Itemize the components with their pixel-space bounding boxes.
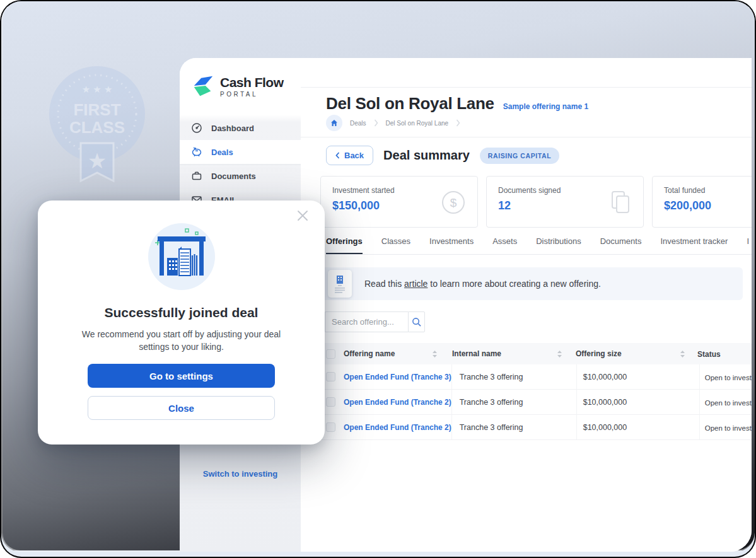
sidebar-item-label: Dashboard [211,124,254,133]
chevron-left-icon [335,152,340,159]
search-icon [412,317,421,327]
stat-card-documents-signed: Documents signed 12 [486,176,644,228]
gauge-icon [191,122,202,134]
select-all-checkbox[interactable] [326,349,335,359]
svg-text:$: $ [450,196,457,209]
home-breadcrumb[interactable] [326,115,342,131]
row-checkbox[interactable] [326,372,335,381]
buildings-illustration [148,223,215,290]
breadcrumb: Deals Del Sol on Royal Lane [326,115,460,131]
header-divider [301,137,752,137]
article-doc-icon [328,270,352,298]
tab-investment-tracker[interactable]: Investment tracker [660,236,728,254]
status-text: Open to investment [705,399,752,407]
table-row[interactable]: Open Ended Fund (Tranche 3) Tranche 3 of… [322,364,752,390]
status-text: Open to investment [705,424,752,432]
offering-name-link[interactable]: Open Ended Fund (Tranche 3) [344,373,451,381]
raising-capital-badge: RAISING CAPITAL [480,148,559,164]
stat-card-investment-started: Investment started $150,000 $ [320,176,478,228]
sidebar-item-label: Documents [211,171,256,181]
sidebar-item-deals[interactable]: Deals [180,140,301,164]
row-checkbox[interactable] [326,422,335,432]
dollar-circle-icon: $ [441,190,466,215]
svg-text:FIRST: FIRST [73,100,120,119]
article-banner: Read this article to learn more about cr… [320,267,743,300]
table-header-row: Offering name Internal name [322,343,752,364]
cashflow-logo-icon [191,74,215,98]
sort-icon[interactable] [680,351,685,357]
tab-investments[interactable]: Investments [429,236,474,254]
logo-subtitle: PORTAL [220,91,284,98]
table-row[interactable]: Open Ended Fund (Tranche 2) Tranche 3 of… [322,415,752,440]
tab-classes[interactable]: Classes [381,236,410,254]
sort-icon[interactable] [557,351,562,357]
offerings-table: Offering name Internal name [322,343,752,440]
section-title: Deal summary [383,148,470,163]
piggy-bank-icon [191,146,202,158]
sidebar-item-label: Deals [211,148,233,157]
search-row [325,311,425,332]
svg-text:★ ★ ★: ★ ★ ★ [82,84,113,95]
stat-card-total-funded: Total funded $200,000 [652,176,752,228]
summary-toolbar: Back Deal summary RAISING CAPITAL [326,146,559,165]
tab-assets[interactable]: Assets [492,236,517,254]
back-button[interactable]: Back [326,146,373,165]
go-to-settings-button[interactable]: Go to settings [88,364,275,388]
logo-title: Cash Flow [220,75,284,90]
tab-distributions[interactable]: Distributions [536,236,581,254]
documents-icon [609,190,632,215]
table-row[interactable]: Open Ended Fund (Tranche 2) Tranche 3 of… [322,390,752,415]
modal-title: Successfully joined deal [38,305,325,320]
app-logo: Cash Flow PORTAL [191,74,284,98]
briefcase-icon [191,170,202,182]
modal-body-text: We recommend you start off by adjusting … [78,328,286,354]
top-divider [301,87,752,88]
page-title: Del Sol on Royal Lane [326,94,494,113]
tab-bar: Offerings Classes Investments Assets Dis… [326,236,752,255]
tab-documents[interactable]: Documents [600,236,642,254]
page-background: ★ ★ ★ FIRST CLASS ★ Cash Flow PORTAL [1,1,755,557]
sidebar-item-documents[interactable]: Documents [180,164,301,188]
search-button[interactable] [408,311,425,332]
tab-partial[interactable]: I [747,236,749,254]
breadcrumb-deals[interactable]: Deals [350,120,366,127]
chevron-right-icon [374,119,378,127]
device-frame: ★ ★ ★ FIRST CLASS ★ Cash Flow PORTAL [0,0,756,558]
tab-offerings[interactable]: Offerings [326,236,363,254]
home-icon [330,119,338,127]
chevron-right-icon [456,119,460,127]
svg-text:★: ★ [88,149,107,173]
first-class-badge-watermark: ★ ★ ★ FIRST CLASS ★ [45,60,149,183]
sidebar-nav: Dashboard Deals Docu [180,116,301,212]
sample-offering-link[interactable]: Sample offering name 1 [503,102,588,111]
sort-icon[interactable] [433,351,437,357]
search-input[interactable] [325,311,408,332]
joined-deal-modal: Successfully joined deal We recommend yo… [38,201,325,445]
status-text: Open to investment [705,374,752,381]
article-link[interactable]: article [404,279,427,289]
breadcrumb-current: Del Sol on Royal Lane [386,120,449,127]
offering-name-link[interactable]: Open Ended Fund (Tranche 2) [344,398,451,407]
svg-text:CLASS: CLASS [69,118,125,137]
main-content: Del Sol on Royal Lane Sample offering na… [301,58,752,552]
row-checkbox[interactable] [326,397,335,407]
stats-cards: Investment started $150,000 $ Documents … [320,176,752,229]
close-icon[interactable] [297,210,308,224]
banner-text: Read this article to learn more about cr… [364,279,601,289]
sidebar-item-dashboard[interactable]: Dashboard [180,116,301,140]
switch-to-investing-link[interactable]: Switch to investing [180,469,301,479]
close-button[interactable]: Close [88,396,275,420]
offering-name-link[interactable]: Open Ended Fund (Tranche 2) [344,423,451,432]
